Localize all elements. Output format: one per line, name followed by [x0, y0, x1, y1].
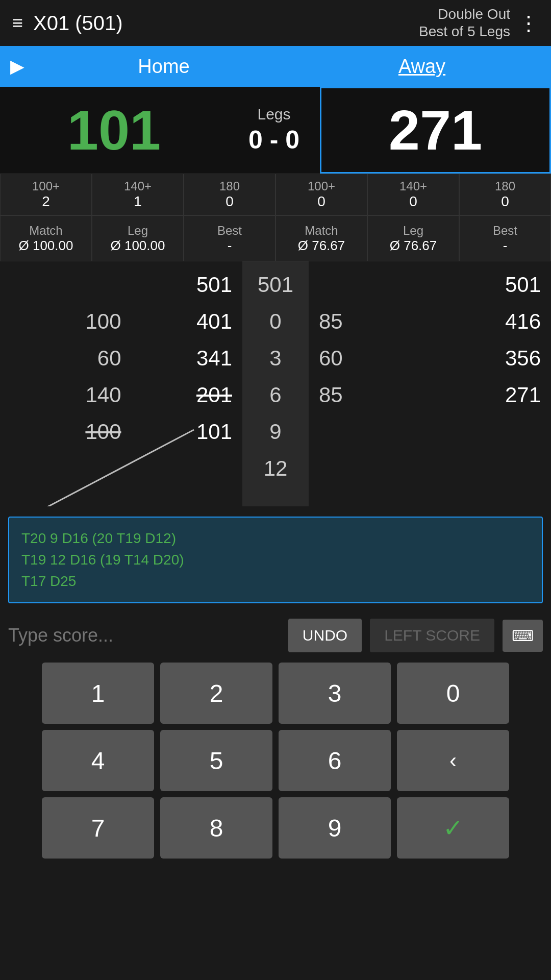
away-remain-1: 416 — [430, 309, 541, 334]
play-arrow-icon: ▶ — [0, 56, 35, 77]
num-2-button[interactable]: 2 — [160, 663, 272, 724]
away-remain-2: 356 — [430, 346, 541, 371]
away-180-cell: 180 0 — [459, 174, 551, 215]
stats-row-1: 100+ 2 140+ 1 180 0 100+ 0 140+ 0 180 0 — [0, 174, 551, 215]
home-leg-label: Leg — [128, 224, 148, 238]
center-dart-4: 9 — [242, 413, 309, 450]
away-140plus-value: 0 — [409, 193, 417, 210]
top-right-row: Double Out Best of 5 Legs ⋮ — [419, 6, 539, 40]
away-row-1: 85 416 — [309, 303, 551, 340]
center-dart-2: 3 — [242, 340, 309, 377]
home-scores-column: 501 100 401 60 341 140 201 100 101 — [0, 261, 242, 506]
num-3-button[interactable]: 3 — [279, 663, 391, 724]
home-remain-4: 101 — [121, 420, 233, 444]
tab-away[interactable]: Away — [293, 46, 551, 87]
backspace-button[interactable]: ‹ — [397, 730, 509, 791]
double-out-label: Double Out — [438, 6, 510, 22]
home-best-cell: Best - — [184, 215, 276, 261]
home-leg-value: Ø 100.00 — [111, 238, 165, 254]
home-throw-2: 60 — [10, 346, 121, 371]
home-100plus-label: 100+ — [32, 179, 60, 193]
away-140plus-cell: 140+ 0 — [367, 174, 459, 215]
menu-icon[interactable]: ≡ — [12, 12, 23, 34]
home-leg-avg-cell: Leg Ø 100.00 — [92, 215, 184, 261]
left-score-button[interactable]: LEFT SCORE — [370, 619, 494, 652]
away-match-value: Ø 76.67 — [298, 238, 345, 254]
away-scores-column: 501 85 416 60 356 85 271 — [309, 261, 551, 506]
top-right-info: Double Out Best of 5 Legs — [419, 6, 510, 40]
home-180-value: 0 — [226, 193, 234, 210]
away-100plus-value: 0 — [317, 193, 325, 210]
center-dart-5: 12 — [242, 450, 309, 487]
confirm-button[interactable]: ✓ — [397, 797, 509, 859]
home-140plus-value: 1 — [134, 193, 142, 210]
away-score-panel: 271 — [320, 87, 551, 174]
game-title: X01 (501) — [33, 12, 123, 35]
away-throw-1: 85 — [319, 309, 430, 334]
undo-button[interactable]: UNDO — [288, 619, 362, 652]
stats-row-2: Match Ø 100.00 Leg Ø 100.00 Best - Match… — [0, 215, 551, 261]
input-area: UNDO LEFT SCORE ⌨ — [0, 614, 551, 657]
home-140plus-label: 140+ — [124, 179, 152, 193]
away-180-value: 0 — [501, 193, 509, 210]
away-140plus-label: 140+ — [399, 179, 427, 193]
away-180-label: 180 — [495, 179, 515, 193]
num-0-button[interactable]: 0 — [397, 663, 509, 724]
home-match-label: Match — [29, 224, 62, 238]
home-100plus-value: 2 — [42, 193, 50, 210]
keyboard-toggle-button[interactable]: ⌨ — [503, 620, 543, 652]
away-100plus-cell: 100+ 0 — [276, 174, 367, 215]
home-row-3: 140 201 — [0, 377, 242, 413]
home-remain-3: 201 — [121, 383, 233, 407]
home-match-value: Ø 100.00 — [19, 238, 73, 254]
home-throw-4: 100 — [10, 420, 121, 444]
home-best-label: Best — [217, 224, 242, 238]
legs-center: Legs 0 - 0 — [228, 87, 320, 174]
top-bar: ≡ X01 (501) Double Out Best of 5 Legs ⋮ — [0, 0, 551, 46]
score-area: 101 Legs 0 - 0 271 — [0, 87, 551, 174]
home-match-avg-cell: Match Ø 100.00 — [0, 215, 92, 261]
num-9-button[interactable]: 9 — [279, 797, 391, 859]
away-remain-3: 271 — [430, 383, 541, 407]
best-of-label: Best of 5 Legs — [419, 23, 510, 40]
numpad: 1 2 3 0 4 5 6 ‹ 7 8 9 ✓ — [0, 657, 551, 869]
numpad-row-0: 1 2 3 0 — [8, 663, 543, 724]
legs-score: 0 - 0 — [248, 125, 299, 155]
numpad-row-2: 7 8 9 ✓ — [8, 797, 543, 859]
score-input[interactable] — [8, 625, 280, 646]
away-best-value: - — [503, 238, 508, 254]
home-remain-2: 341 — [121, 346, 233, 371]
home-throw-1: 100 — [10, 309, 121, 334]
home-row-0: 501 — [0, 266, 242, 303]
away-leg-label: Leg — [403, 224, 423, 238]
home-row-2: 60 341 — [0, 340, 242, 377]
center-column: 501 0 3 6 9 12 — [242, 261, 309, 506]
home-180-cell: 180 0 — [184, 174, 276, 215]
away-row-0: 501 — [309, 266, 551, 303]
suggestion-text: T20 9 D16 (20 T19 D12) T19 12 D16 (19 T1… — [21, 530, 184, 589]
home-row-1: 100 401 — [0, 303, 242, 340]
home-100plus-cell: 100+ 2 — [0, 174, 92, 215]
num-5-button[interactable]: 5 — [160, 730, 272, 791]
num-6-button[interactable]: 6 — [279, 730, 391, 791]
num-7-button[interactable]: 7 — [42, 797, 154, 859]
away-best-cell: Best - — [459, 215, 551, 261]
num-8-button[interactable]: 8 — [160, 797, 272, 859]
tab-home[interactable]: Home — [35, 46, 293, 87]
center-dart-0: 501 — [242, 266, 309, 303]
home-score-panel: 101 — [0, 87, 228, 174]
away-match-label: Match — [305, 224, 338, 238]
top-bar-left: ≡ X01 (501) — [12, 12, 123, 35]
legs-label: Legs — [257, 106, 290, 123]
center-dart-3: 6 — [242, 377, 309, 413]
away-match-avg-cell: Match Ø 76.67 — [276, 215, 367, 261]
num-1-button[interactable]: 1 — [42, 663, 154, 724]
away-score-value: 271 — [389, 102, 483, 158]
home-remain-0: 501 — [121, 273, 233, 297]
num-4-button[interactable]: 4 — [42, 730, 154, 791]
home-score-value: 101 — [67, 102, 161, 158]
scores-table: 501 100 401 60 341 140 201 100 101 501 0… — [0, 261, 551, 506]
away-throw-2: 60 — [319, 346, 430, 371]
home-140plus-cell: 140+ 1 — [92, 174, 184, 215]
more-options-icon[interactable]: ⋮ — [518, 11, 539, 35]
